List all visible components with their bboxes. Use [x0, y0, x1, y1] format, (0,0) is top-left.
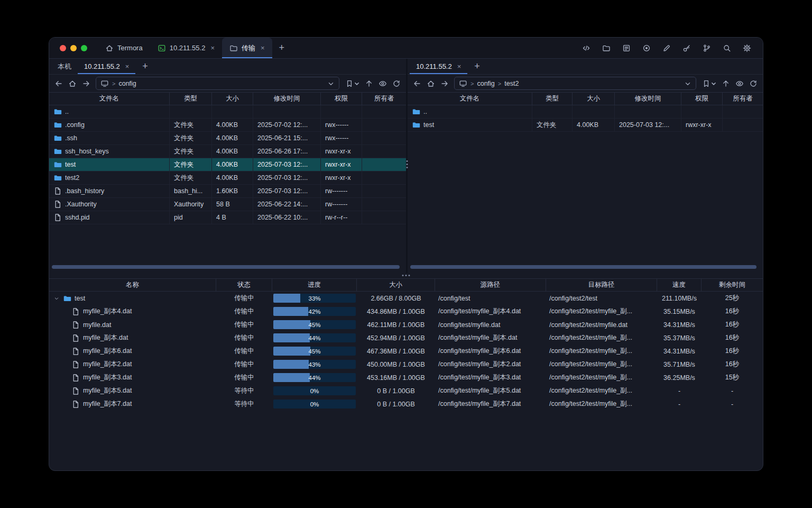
zoom-window-button[interactable] — [81, 45, 87, 51]
scrollbar-thumb[interactable] — [52, 265, 400, 269]
breadcrumb-segment[interactable]: config — [477, 80, 494, 87]
transfer-row[interactable]: myfile_副本7.dat等待中0%0 B / 1.00GB/config/t… — [49, 397, 763, 411]
file-row[interactable]: .bash_historybash_hi...1.60KB2025-07-03 … — [49, 185, 406, 198]
breadcrumb-segment[interactable]: test2 — [504, 80, 519, 87]
file-row[interactable]: ssh_host_keys文件夹4.00KB2025-06-26 17:...r… — [49, 145, 406, 158]
path-bar[interactable]: >config>test2 — [454, 77, 696, 90]
file-column-header[interactable]: 类型 — [170, 93, 212, 105]
transfer-row[interactable]: test传输中33%2.66GB / 8.00GB/config/test/co… — [49, 292, 763, 305]
refresh-button[interactable] — [747, 77, 760, 90]
file-column-header[interactable]: 权限 — [321, 93, 362, 105]
new-tab-button[interactable]: + — [272, 38, 292, 58]
file-column-header[interactable]: 类型 — [532, 93, 573, 105]
key-icon[interactable] — [680, 42, 693, 55]
path-dropdown-icon[interactable] — [325, 77, 337, 90]
transfer-row[interactable]: myfile.dat传输中45%462.11MB / 1.00GB/config… — [49, 318, 763, 331]
file-column-header[interactable]: 大小 — [573, 93, 615, 105]
close-icon[interactable]: × — [210, 44, 215, 52]
close-icon[interactable]: × — [261, 44, 265, 52]
transfer-splitter[interactable] — [49, 273, 763, 278]
transfer-target-path: /config/test2/test/myfile_副... — [546, 347, 657, 356]
path-dropdown-icon[interactable] — [681, 77, 694, 90]
record-icon[interactable] — [640, 42, 653, 55]
tab-termora[interactable]: Termora — [98, 38, 150, 58]
file-column-header[interactable]: 大小 — [212, 93, 253, 105]
transfer-row[interactable]: myfile_副本2.dat传输中43%450.00MB / 1.00GB/co… — [49, 358, 763, 371]
horizontal-scrollbar[interactable] — [52, 265, 400, 269]
path-bar[interactable]: >config — [96, 77, 339, 90]
add-panel-tab-button[interactable]: + — [467, 59, 487, 74]
collapse-chevron-icon[interactable] — [53, 295, 60, 302]
file-owner — [362, 132, 406, 145]
home-button[interactable] — [425, 77, 437, 90]
file-column-header[interactable]: 修改时间 — [615, 93, 681, 105]
transfer-row[interactable]: myfile_副本.dat传输中44%452.94MB / 1.00GB/con… — [49, 331, 763, 344]
file-icon — [71, 374, 80, 382]
bookmark-button[interactable] — [699, 77, 718, 90]
horizontal-scrollbar[interactable] — [410, 265, 756, 269]
file-column-header[interactable]: 权限 — [681, 93, 723, 105]
file-column-header[interactable]: 文件名 — [408, 93, 532, 105]
file-column-header[interactable]: 所有者 — [362, 93, 406, 105]
file-column-header[interactable]: 文件名 — [49, 93, 170, 105]
file-row[interactable]: .config文件夹4.00KB2025-07-02 12:...rwx----… — [49, 119, 406, 132]
search-icon[interactable] — [721, 42, 733, 55]
show-hidden-button[interactable] — [376, 77, 389, 90]
branch-icon[interactable] — [700, 42, 713, 55]
tab-remote-host[interactable]: 10.211.55.2 × — [410, 59, 467, 74]
transfer-column-header[interactable]: 进度 — [272, 279, 357, 291]
parent-directory-button[interactable] — [719, 77, 732, 90]
file-row[interactable]: .XauthorityXauthority58 B2025-06-22 14:.… — [49, 198, 406, 211]
transfer-column-header[interactable]: 名称 — [49, 279, 216, 291]
code-icon[interactable] — [580, 42, 593, 55]
close-icon[interactable]: × — [457, 62, 462, 70]
transfer-row[interactable]: myfile_副本5.dat等待中0%0 B / 1.00GB/config/t… — [49, 384, 763, 397]
tab-label: 传输 — [242, 43, 255, 53]
file-row[interactable]: test文件夹4.00KB2025-07-03 12:...rwxr-xr-x — [408, 119, 763, 132]
file-row[interactable]: test2文件夹4.00KB2025-07-03 12:...rwxr-xr-x — [49, 171, 406, 185]
file-row[interactable]: .. — [49, 105, 406, 119]
log-icon[interactable] — [620, 42, 633, 55]
settings-icon[interactable] — [741, 42, 753, 55]
parent-directory-button[interactable] — [363, 77, 375, 90]
home-button[interactable] — [66, 77, 79, 90]
tab-host-10-211-55-2[interactable]: 10.211.55.2 × — [150, 38, 222, 58]
close-window-button[interactable] — [60, 45, 66, 51]
transfer-row[interactable]: myfile_副本3.dat传输中44%453.16MB / 1.00GB/co… — [49, 371, 763, 384]
file-column-header[interactable]: 修改时间 — [253, 93, 321, 105]
edit-icon[interactable] — [660, 42, 673, 55]
scrollbar-thumb[interactable] — [410, 265, 756, 269]
refresh-button[interactable] — [390, 77, 403, 90]
bookmark-button[interactable] — [343, 77, 362, 90]
add-panel-tab-button[interactable]: + — [135, 59, 155, 74]
breadcrumb-segment[interactable]: config — [118, 80, 136, 87]
show-hidden-button[interactable] — [733, 77, 746, 90]
transfer-column-header[interactable]: 状态 — [216, 279, 272, 291]
back-button[interactable] — [52, 77, 65, 90]
back-button[interactable] — [411, 77, 423, 90]
file-row[interactable]: test文件夹4.00KB2025-07-03 12:...rwxr-xr-x — [49, 158, 406, 171]
forward-button[interactable] — [438, 77, 451, 90]
transfer-column-header[interactable]: 速度 — [657, 279, 702, 291]
file-row[interactable]: sshd.pidpid4 B2025-06-22 10:...rw-r--r-- — [49, 211, 406, 224]
transfer-column-header[interactable]: 源路径 — [435, 279, 546, 291]
file-column-header[interactable]: 所有者 — [723, 93, 763, 105]
forward-button[interactable] — [80, 77, 93, 90]
transfer-row[interactable]: myfile_副本4.dat传输中42%434.86MB / 1.00GB/co… — [49, 305, 763, 318]
tab-remote-host[interactable]: 10.211.55.2 × — [78, 59, 135, 74]
tab-transfer[interactable]: 传输 × — [222, 38, 272, 58]
tab-local[interactable]: 本机 — [51, 59, 78, 74]
file-perm — [321, 105, 362, 119]
transfer-column-header[interactable]: 目标路径 — [546, 279, 657, 291]
close-icon[interactable]: × — [125, 62, 130, 70]
transfer-column-header[interactable]: 剩余时间 — [702, 279, 763, 291]
transfer-size: 453.16MB / 1.00GB — [357, 374, 435, 382]
file-row[interactable]: .. — [408, 105, 763, 119]
minimize-window-button[interactable] — [70, 45, 77, 51]
transfer-row[interactable]: myfile_副本6.dat传输中45%467.36MB / 1.00GB/co… — [49, 344, 763, 358]
sftp-folder-icon[interactable] — [600, 42, 613, 55]
splitter-grip-icon[interactable] — [402, 275, 410, 276]
file-row[interactable]: .ssh文件夹4.00KB2025-06-21 15:...rwx------ — [49, 132, 406, 145]
file-name-cell: ssh_host_keys — [49, 145, 170, 158]
transfer-column-header[interactable]: 大小 — [357, 279, 435, 291]
